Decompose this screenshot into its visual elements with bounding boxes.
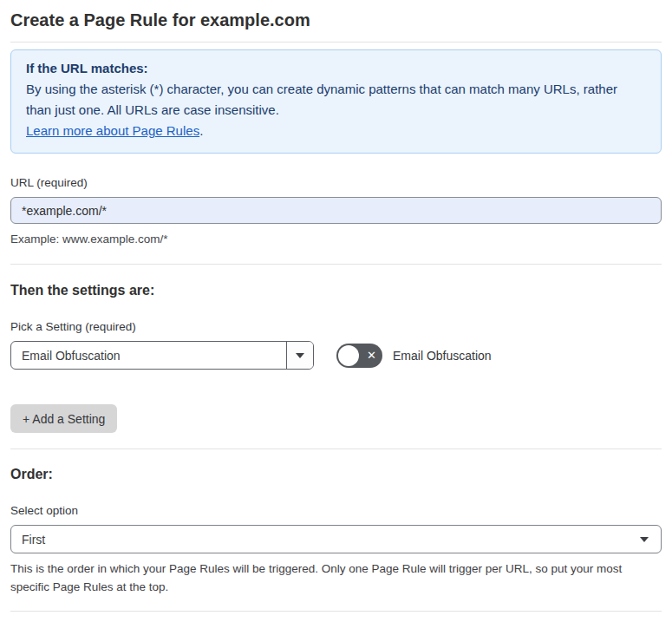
order-select-value: First	[22, 533, 45, 547]
settings-section-heading: Then the settings are:	[10, 283, 662, 298]
x-icon: ✕	[367, 350, 376, 361]
add-setting-button[interactable]: + Add a Setting	[10, 404, 117, 433]
order-select[interactable]: First	[10, 525, 662, 553]
section-divider	[10, 448, 662, 449]
pick-setting-label: Pick a Setting (required)	[10, 320, 662, 333]
email-obfuscation-toggle[interactable]: ✕	[336, 344, 382, 368]
chevron-down-icon	[640, 537, 649, 542]
email-obfuscation-toggle-group: ✕ Email Obfuscation	[336, 344, 492, 368]
learn-more-link[interactable]: Learn more about Page Rules	[26, 123, 199, 138]
toggle-knob	[338, 345, 359, 366]
setting-dropdown[interactable]: Email Obfuscation	[10, 341, 314, 370]
footer-divider	[10, 611, 662, 612]
info-box-heading: If the URL matches:	[26, 58, 646, 79]
order-help-text: This is the order in which your Page Rul…	[10, 560, 652, 596]
info-box-body: By using the asterisk (*) character, you…	[26, 79, 646, 121]
url-field-label: URL (required)	[10, 176, 662, 189]
section-divider	[10, 264, 662, 265]
setting-dropdown-arrow-button[interactable]	[286, 342, 313, 369]
page-title: Create a Page Rule for example.com	[10, 0, 662, 43]
chevron-down-icon	[296, 353, 304, 358]
url-match-info-box: If the URL matches: By using the asteris…	[10, 49, 662, 154]
info-box-link-line: Learn more about Page Rules.	[26, 121, 646, 141]
setting-row: Email Obfuscation ✕ Email Obfuscation	[10, 341, 662, 370]
url-input[interactable]	[10, 197, 662, 224]
setting-dropdown-value: Email Obfuscation	[11, 342, 286, 369]
create-page-rule-form: Create a Page Rule for example.com If th…	[0, 0, 672, 622]
url-example-text: Example: www.example.com/*	[10, 230, 662, 248]
order-section-heading: Order:	[10, 467, 662, 482]
link-period: .	[199, 123, 203, 138]
select-option-label: Select option	[10, 504, 662, 517]
toggle-label: Email Obfuscation	[393, 349, 492, 363]
